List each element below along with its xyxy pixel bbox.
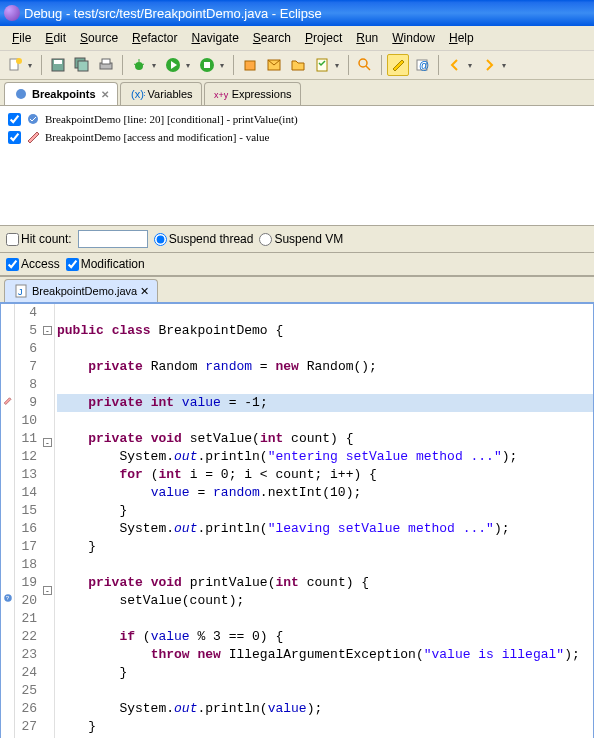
menu-window[interactable]: Window — [386, 29, 441, 47]
task-button[interactable] — [311, 54, 333, 76]
svg-text:@: @ — [419, 60, 429, 71]
folder-button[interactable] — [287, 54, 309, 76]
java-file-icon: J — [13, 283, 29, 299]
code-editor[interactable]: ? 45678910111213141516171819202122232425… — [0, 304, 594, 738]
fold-toggle[interactable]: - — [43, 586, 52, 595]
code-line[interactable]: if (value % 3 == 0) { — [57, 628, 593, 646]
menu-search[interactable]: Search — [247, 29, 297, 47]
editor-tabs: J BreakpointDemo.java ✕ — [0, 277, 594, 304]
menu-refactor[interactable]: Refactor — [126, 29, 183, 47]
fold-toggle[interactable]: - — [43, 326, 52, 335]
svg-text:J: J — [18, 287, 23, 297]
main-toolbar: ▾ ▾ ▾ ▾ ▾ @ ▾ ▾ — [0, 51, 594, 80]
access-label: Access — [21, 257, 60, 271]
menu-edit[interactable]: Edit — [39, 29, 72, 47]
bp-checkbox[interactable] — [8, 113, 21, 126]
breakpoint-options-row2: Access Modification — [0, 253, 594, 276]
breakpoints-panel: BreakpointDemo [line: 20] [conditional] … — [0, 106, 594, 226]
menu-file[interactable]: File — [6, 29, 37, 47]
code-line[interactable]: private int value = -1; — [57, 394, 593, 412]
svg-line-19 — [366, 66, 370, 70]
views-tabs: Breakpoints✕(x)=Variablesx+yExpressions — [0, 80, 594, 106]
svg-rect-14 — [204, 62, 210, 68]
code-line[interactable]: value = random.nextInt(10); — [57, 484, 593, 502]
suspend-thread-radio[interactable] — [154, 233, 167, 246]
forward-button[interactable] — [478, 54, 500, 76]
svg-rect-7 — [102, 59, 110, 64]
code-line[interactable] — [57, 556, 593, 574]
editor-tab[interactable]: J BreakpointDemo.java ✕ — [4, 279, 158, 302]
window-titlebar: Debug - test/src/test/BreakpointDemo.jav… — [0, 0, 594, 26]
code-line[interactable]: } — [57, 502, 593, 520]
svg-text:x+y: x+y — [214, 90, 229, 100]
back-button[interactable] — [444, 54, 466, 76]
svg-rect-3 — [54, 60, 62, 64]
suspend-vm-radio[interactable] — [259, 233, 272, 246]
code-line[interactable]: } — [57, 538, 593, 556]
bp-checkbox[interactable] — [8, 131, 21, 144]
menu-run[interactable]: Run — [350, 29, 384, 47]
search-button[interactable] — [354, 54, 376, 76]
code-line[interactable]: } — [57, 718, 593, 736]
code-line[interactable] — [57, 304, 593, 322]
bp-text: BreakpointDemo [access and modification]… — [45, 131, 270, 143]
editor-tab-label: BreakpointDemo.java — [32, 285, 137, 297]
line-bp-icon — [25, 111, 41, 127]
menu-project[interactable]: Project — [299, 29, 348, 47]
menu-source[interactable]: Source — [74, 29, 124, 47]
run-button[interactable] — [162, 54, 184, 76]
code-line[interactable]: System.out.println(value); — [57, 700, 593, 718]
code-line[interactable] — [57, 412, 593, 430]
code-line[interactable]: } — [57, 664, 593, 682]
eclipse-icon — [4, 5, 20, 21]
print-button[interactable] — [95, 54, 117, 76]
toggle-mark-button[interactable] — [387, 54, 409, 76]
tab-expressions[interactable]: x+yExpressions — [204, 82, 301, 105]
menubar: FileEditSourceRefactorNavigateSearchProj… — [0, 26, 594, 51]
breakpoint-row[interactable]: BreakpointDemo [access and modification]… — [4, 128, 590, 146]
close-icon[interactable]: ✕ — [140, 285, 149, 298]
access-checkbox[interactable] — [6, 258, 19, 271]
tab-variables[interactable]: (x)=Variables — [120, 82, 202, 105]
new-button[interactable] — [4, 54, 26, 76]
code-line[interactable] — [57, 376, 593, 394]
menu-navigate[interactable]: Navigate — [185, 29, 244, 47]
code-line[interactable] — [57, 682, 593, 700]
new-dropdown[interactable]: ▾ — [28, 61, 36, 70]
svg-text:?: ? — [5, 595, 9, 602]
run-last-button[interactable] — [196, 54, 218, 76]
modification-label: Modification — [81, 257, 145, 271]
code-line[interactable]: public class BreakpointDemo { — [57, 322, 593, 340]
code-line[interactable]: System.out.println("leaving setValue met… — [57, 520, 593, 538]
code-line[interactable] — [57, 340, 593, 358]
open-type-button[interactable] — [263, 54, 285, 76]
fold-toggle[interactable]: - — [43, 438, 52, 447]
code-line[interactable] — [57, 610, 593, 628]
debug-button[interactable] — [128, 54, 150, 76]
suspend-thread-label: Suspend thread — [169, 232, 254, 246]
code-line[interactable]: throw new IllegalArgumentException("valu… — [57, 646, 593, 664]
code-line[interactable]: System.out.println("entering setValue me… — [57, 448, 593, 466]
suspend-vm-label: Suspend VM — [274, 232, 343, 246]
save-all-button[interactable] — [71, 54, 93, 76]
code-line[interactable]: setValue(count); — [57, 592, 593, 610]
code-line[interactable]: private void setValue(int count) { — [57, 430, 593, 448]
menu-help[interactable]: Help — [443, 29, 480, 47]
save-button[interactable] — [47, 54, 69, 76]
tab-breakpoints[interactable]: Breakpoints✕ — [4, 82, 118, 105]
svg-rect-5 — [78, 61, 88, 71]
new-package-button[interactable] — [239, 54, 261, 76]
svg-text:(x)=: (x)= — [131, 88, 145, 100]
hit-count-label: Hit count: — [21, 232, 72, 246]
code-line[interactable]: private void printValue(int count) { — [57, 574, 593, 592]
breakpoint-row[interactable]: BreakpointDemo [line: 20] [conditional] … — [4, 110, 590, 128]
annotation-button[interactable]: @ — [411, 54, 433, 76]
code-line[interactable]: private Random random = new Random(); — [57, 358, 593, 376]
code-line[interactable]: for (int i = 0; i < count; i++) { — [57, 466, 593, 484]
svg-point-1 — [16, 58, 22, 64]
svg-rect-15 — [245, 61, 255, 70]
window-title: Debug - test/src/test/BreakpointDemo.jav… — [24, 6, 590, 21]
hit-count-checkbox[interactable] — [6, 233, 19, 246]
hit-count-input[interactable] — [78, 230, 148, 248]
modification-checkbox[interactable] — [66, 258, 79, 271]
